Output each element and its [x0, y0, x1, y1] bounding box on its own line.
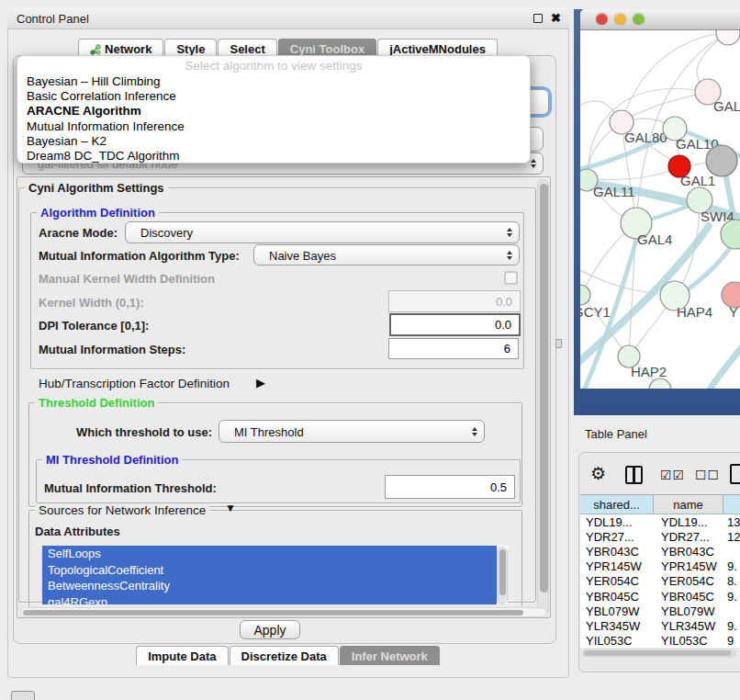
hub-definition-label: Hub/Transcription Factor Definition: [39, 377, 230, 390]
control-panel-titlebar: Control Panel ✖: [7, 7, 569, 29]
attribute-list-item[interactable]: SelfLoops: [42, 546, 497, 562]
cell-shared-name: YBR045C: [580, 590, 654, 604]
network-node-label: GAL80: [624, 130, 667, 145]
split-view-icon[interactable]: [625, 466, 643, 484]
table-horizontal-scrollbar[interactable]: [582, 649, 736, 658]
dpi-tolerance-input[interactable]: 0.0: [389, 313, 521, 336]
cell-value: 12: [723, 530, 740, 544]
table-row[interactable]: YLR345W YLR345W 9.: [580, 618, 740, 633]
network-node-label: HAP4: [677, 304, 712, 320]
attribute-list-scrollbar[interactable]: [497, 547, 508, 604]
cell-value: 9: [723, 634, 740, 648]
control-panel-title: Control Panel: [17, 12, 89, 26]
threshold-definition-title: Threshold Definition: [35, 396, 158, 410]
settings-vertical-scrollbar[interactable]: [537, 179, 549, 615]
table-row[interactable]: YBR043C YBR043C: [580, 544, 740, 559]
algorithm-dropdown-popup: Select algorithm to view settings Bayesi…: [17, 55, 531, 164]
table-row[interactable]: YDL19... YDL19... 13: [580, 514, 740, 529]
aracne-mode-label: Aracne Mode:: [39, 226, 118, 240]
splitpane-handle[interactable]: [555, 339, 562, 348]
algorithm-dropdown-item[interactable]: Basic Correlation Inference: [17, 89, 530, 104]
mi-type-label: Mutual Information Algorithm Type:: [39, 249, 240, 263]
table-row[interactable]: YER054C YER054C 8.: [580, 574, 740, 589]
network-node[interactable]: [580, 285, 590, 305]
data-attributes-list[interactable]: SelfLoops TopologicalCoefficient Between…: [42, 546, 508, 604]
close-icon[interactable]: ✖: [551, 11, 561, 25]
bottom-tab-bar: Impute Data Discretize Data Infer Networ…: [7, 646, 569, 666]
bottom-tab[interactable]: Impute Data: [136, 646, 228, 665]
cell-value: 9.: [723, 590, 740, 604]
table-row[interactable]: YIL053C YIL053C 9: [580, 634, 740, 649]
mi-threshold-definition-title: MI Threshold Definition: [42, 453, 182, 467]
which-threshold-value: MI Threshold: [234, 424, 304, 438]
apply-button[interactable]: Apply: [240, 620, 300, 639]
network-node-label: Y: [729, 304, 738, 320]
algorithm-dropdown-item[interactable]: Dream8 DC_TDC Algorithm: [17, 149, 530, 164]
network-canvas[interactable]: GALGAL80GAL10GAL1GAL11SWI4GAL4GCY1HAP4YH…: [580, 30, 740, 389]
application-root: Control Panel ✖ Network: [0, 0, 740, 700]
table-row[interactable]: YPR145W YPR145W 9.: [580, 559, 740, 574]
gear-icon[interactable]: ⚙: [590, 463, 606, 484]
settings-horizontal-scrollbar[interactable]: [20, 607, 547, 617]
tab-label: Select: [230, 42, 264, 56]
select-all-icon[interactable]: ☑☑: [660, 468, 685, 482]
table-row[interactable]: YBR045C YBR045C 9.: [580, 589, 740, 604]
column-header-shared[interactable]: shared...: [580, 494, 654, 514]
algorithm-dropdown-item[interactable]: ARACNE Algorithm: [17, 104, 530, 119]
cell-name: YBR045C: [654, 590, 723, 604]
aracne-mode-value: Discovery: [140, 226, 193, 240]
table-row[interactable]: YDR27... YDR27... 12: [580, 529, 740, 544]
deselect-all-icon[interactable]: ☐☐: [695, 468, 720, 482]
network-node[interactable]: [706, 145, 737, 176]
mi-type-select[interactable]: Naive Bayes: [253, 244, 520, 265]
which-threshold-select[interactable]: MI Threshold: [219, 420, 485, 443]
dpi-tolerance-label: DPI Tolerance [0,1]:: [39, 319, 149, 333]
cell-name: YBL079W: [654, 604, 723, 618]
network-edge[interactable]: [705, 347, 740, 389]
manual-kernel-checkbox[interactable]: [504, 271, 518, 285]
network-graph[interactable]: GALGAL80GAL10GAL1GAL11SWI4GAL4GCY1HAP4YH…: [580, 30, 740, 389]
attribute-list-item[interactable]: gal4RGexp: [42, 594, 497, 605]
window-zoom-button[interactable]: [633, 13, 645, 25]
network-node[interactable]: [649, 378, 671, 389]
tab-label: Impute Data: [148, 649, 216, 663]
cell-name: YLR345W: [654, 619, 723, 633]
tab-label: Style: [176, 42, 205, 56]
aracne-mode-select[interactable]: Discovery: [125, 221, 520, 243]
mi-threshold-input[interactable]: 0.5: [385, 475, 515, 499]
algorithm-dropdown-item[interactable]: Bayesian – Hill Climbing: [17, 74, 530, 89]
add-column-icon[interactable]: [730, 464, 740, 484]
stepper-icon: [507, 251, 512, 260]
sources-title: Sources for Network Inference: [35, 503, 209, 517]
network-node[interactable]: [716, 30, 740, 45]
cell-shared-name: YBL079W: [580, 604, 654, 618]
float-window-icon[interactable]: [533, 14, 543, 23]
collapse-arrow-icon[interactable]: ▶: [256, 376, 265, 390]
cell-shared-name: YLR345W: [580, 619, 654, 633]
mi-type-value: Naive Bayes: [269, 248, 336, 262]
network-node-label: GAL1: [680, 173, 715, 188]
mi-steps-input[interactable]: 6: [388, 338, 519, 359]
window-close-button[interactable]: [596, 13, 608, 25]
mi-threshold-value: 0.5: [490, 480, 507, 494]
cell-name: YBR043C: [654, 545, 723, 559]
algorithm-dropdown-item[interactable]: Mutual Information Inference: [17, 119, 530, 134]
network-window-titlebar[interactable]: [580, 9, 740, 30]
algorithm-dropdown-placeholder: Select algorithm to view settings: [17, 59, 530, 73]
bottom-tab[interactable]: Discretize Data: [230, 646, 339, 665]
cell-shared-name: YPR145W: [580, 559, 654, 573]
attribute-list-item[interactable]: BetweennessCentrality: [42, 578, 497, 594]
table-row[interactable]: YBL079W YBL079W: [580, 604, 740, 618]
window-minimize-button[interactable]: [614, 13, 626, 25]
tab-label: jActiveMNodules: [389, 42, 486, 56]
stepper-icon: [472, 427, 477, 436]
attribute-list-item[interactable]: TopologicalCoefficient: [42, 562, 497, 579]
column-header-name[interactable]: name: [654, 494, 723, 514]
column-header-value[interactable]: [723, 494, 740, 514]
bottom-tab[interactable]: Infer Network: [340, 646, 440, 665]
expand-arrow-icon[interactable]: ▼: [225, 502, 236, 514]
kernel-width-value: 0.0: [496, 295, 512, 309]
kernel-width-input[interactable]: 0.0: [388, 290, 521, 312]
network-edge[interactable]: [588, 166, 679, 180]
algorithm-dropdown-item[interactable]: Bayesian – K2: [17, 134, 530, 149]
